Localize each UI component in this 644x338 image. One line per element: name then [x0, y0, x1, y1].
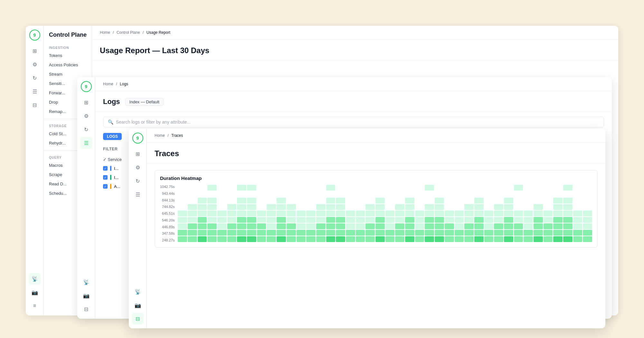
window3-settings-icon[interactable]: ⚙ [132, 162, 144, 173]
logs-index-badge[interactable]: Index — Default [125, 98, 164, 106]
filter-checkbox-1[interactable]: ✓ [103, 166, 108, 171]
window2-grid-icon[interactable]: ⊞ [80, 97, 92, 108]
heatmap-cell [257, 211, 266, 216]
heatmap-cell [553, 204, 563, 210]
heatmap-cell [395, 230, 404, 236]
heatmap-cell [514, 191, 523, 197]
heatmap-cell [365, 217, 375, 223]
heatmap-cell [484, 223, 494, 229]
heatmap-cell [474, 204, 484, 210]
heatmap-cell [326, 236, 336, 242]
heatmap-cell [553, 223, 563, 229]
heatmap-cell [474, 191, 484, 197]
heatmap-cell [297, 236, 306, 242]
window1-grid-icon[interactable]: ⊞ [29, 45, 41, 57]
window1-document-icon[interactable]: ☰ [29, 86, 41, 97]
heatmap-cell [217, 211, 227, 216]
window2-settings-icon[interactable]: ⚙ [80, 110, 92, 122]
window2-camera-icon[interactable]: 📷 [80, 290, 92, 301]
heatmap-cell [494, 211, 503, 216]
logs-tab[interactable]: LOGS [103, 133, 122, 140]
heatmap-cell [277, 236, 286, 242]
window1-icon-sidebar: 9 ⊞ ⚙ ↻ ☰ ⊟ 📡 📷 ≡ [26, 26, 44, 315]
heatmap-title: Duration Heatmap [160, 175, 592, 181]
window1-camera-icon[interactable]: 📷 [29, 286, 41, 298]
window-traces[interactable]: 9 ⊞ ⚙ ↻ ☰ 📡 📷 ⊟ Home / Traces Traces Dur… [129, 129, 605, 328]
heatmap-cell [445, 211, 454, 216]
breadcrumb-home[interactable]: Home [100, 30, 110, 35]
window3-document-icon[interactable]: ☰ [132, 189, 144, 200]
heatmap-cell [435, 204, 444, 210]
heatmap-cell [178, 185, 187, 191]
heatmap-cell [365, 223, 375, 229]
heatmap-cell [484, 211, 494, 216]
heatmap-cell [188, 230, 197, 236]
heatmap-cell [544, 217, 553, 223]
heatmap-cell [217, 230, 227, 236]
heatmap-cell [573, 204, 582, 210]
heatmap-cell [425, 236, 434, 242]
heatmap-cell [257, 217, 266, 223]
heatmap-cell [464, 198, 474, 203]
window1-adjust-icon[interactable]: ≡ [29, 300, 41, 312]
window1-refresh-icon[interactable]: ↻ [29, 72, 41, 84]
window3-refresh-icon[interactable]: ↻ [132, 175, 144, 187]
window2-broadcast-icon[interactable]: 📡 [80, 276, 92, 288]
heatmap-cell [297, 223, 306, 229]
sidebar-item-access-policies[interactable]: Access Policies [44, 60, 92, 70]
heatmap-cell [257, 236, 266, 242]
window2-document-icon[interactable]: ☰ [80, 137, 92, 149]
heatmap-cell [267, 198, 276, 203]
heatmap-cell [237, 185, 246, 191]
heatmap-cell [415, 236, 424, 242]
heatmap-cell [524, 230, 533, 236]
window3-camera-icon[interactable]: 📷 [132, 299, 144, 311]
heatmap-cell [455, 185, 464, 191]
window1-broadcast-icon[interactable]: 📡 [29, 273, 41, 285]
heatmap-cell [553, 198, 563, 203]
heatmap-cell [534, 223, 543, 229]
heatmap-cell [484, 191, 494, 197]
heatmap-cell [494, 230, 503, 236]
filter-checkbox-3[interactable]: ✓ [103, 184, 108, 189]
heatmap-cell [297, 185, 306, 191]
heatmap-cell [306, 223, 316, 229]
window2-refresh-icon[interactable]: ↻ [80, 124, 92, 135]
heatmap-cell [297, 230, 306, 236]
heatmap-cell [445, 223, 454, 229]
heatmap-cell [237, 198, 246, 203]
window1-settings-icon[interactable]: ⚙ [29, 59, 41, 70]
breadcrumb2-home[interactable]: Home [103, 82, 113, 86]
heatmap-cell [178, 204, 187, 210]
heatmap-cell [544, 185, 553, 191]
breadcrumb3-home[interactable]: Home [155, 133, 165, 138]
heatmap-cell [514, 223, 523, 229]
heatmap-cell [188, 211, 197, 216]
window1-filter-icon[interactable]: ⊟ [29, 99, 41, 111]
logs-search-bar[interactable]: 🔍 Search logs or filter by any attribute… [103, 117, 604, 127]
heatmap-cell [524, 223, 533, 229]
heatmap-cell [425, 223, 434, 229]
logs-title: Logs [103, 98, 120, 106]
window2-filter-icon[interactable]: ⊟ [80, 303, 92, 315]
heatmap-cell [326, 217, 336, 223]
heatmap-cell [207, 191, 217, 197]
sidebar-item-tokens[interactable]: Tokens [44, 51, 92, 60]
heatmap-cell [524, 204, 533, 210]
heatmap-cell [217, 191, 227, 197]
heatmap-cell [553, 236, 563, 242]
window3-filter-icon[interactable]: ⊟ [132, 313, 144, 324]
filter-label-2: I... [114, 175, 118, 180]
breadcrumb-control-plane[interactable]: Control Plane [117, 30, 140, 35]
window3-broadcast-icon[interactable]: 📡 [132, 286, 144, 297]
heatmap-cell [524, 198, 533, 203]
filter-checkbox-2[interactable]: ✓ [103, 175, 108, 180]
filter-label-1: I... [114, 166, 118, 171]
heatmap-cell [494, 204, 503, 210]
heatmap-cell [544, 198, 553, 203]
heatmap-cell [514, 236, 523, 242]
heatmap-cell [217, 223, 227, 229]
window3-grid-icon[interactable]: ⊞ [132, 148, 144, 160]
heatmap-cell [425, 230, 434, 236]
heatmap-cell [247, 185, 256, 191]
